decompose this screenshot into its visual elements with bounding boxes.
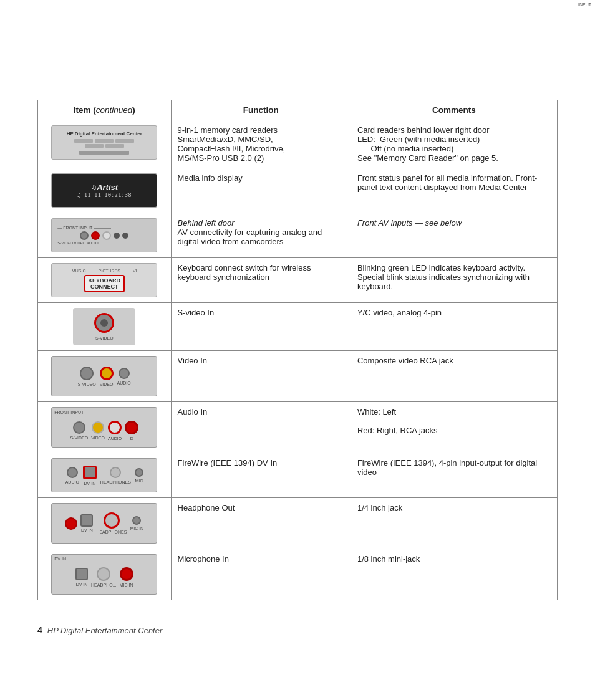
function-text-headphone: Headphone Out [178, 503, 235, 512]
audio-video-port [92, 421, 104, 434]
mic-dvin-wrap: DV IN [75, 568, 88, 587]
front-input-label: FRONT INPUT [54, 410, 84, 415]
device-firewire: AUDIO DV IN HEADPHONES MIC [51, 458, 157, 492]
table-row: S-VIDEO VIDEO AUDIO INPUT Video In [38, 351, 558, 402]
svideo-port-inner [100, 319, 108, 327]
device-display: ♫Artist ♫ 11 11 10:21:38 [51, 173, 157, 208]
table-row: DV IN HEADPHONES MIC IN Headphone Out 1/… [38, 498, 558, 549]
video-port-wrap: S-VIDEO [78, 367, 96, 386]
hp-dvin-label: DV IN [81, 528, 93, 532]
hp-headphone-wrap: HEADPHONES [96, 512, 127, 534]
av-port-3 [102, 231, 111, 240]
fw-audio-port [67, 467, 78, 478]
mic-ports-row: DV IN HEADPHO... MIC IN [75, 567, 133, 587]
table-row: ♫Artist ♫ 11 11 10:21:38 Media info disp… [38, 168, 558, 213]
audio-svideo-port [73, 421, 85, 434]
video-rca-label: VIDEO [100, 382, 114, 386]
device-av: — FRONT INPUT ———— S-VIDEO VIDEO AUDIO [51, 218, 157, 252]
kb-tab-pictures: PICTURES [99, 269, 120, 273]
device-svideo: S-VIDEO [73, 308, 135, 345]
comments-cell-av: Front AV inputs — see below [351, 213, 557, 258]
page-number: 4 [37, 625, 42, 635]
comments-text-firewire: FireWire (IEEE 1394), 4-pin input-output… [357, 458, 537, 477]
mic-hp-label: HEADPHO... [91, 583, 116, 587]
fw-dvin-label: DV IN [84, 481, 96, 486]
fw-mic-label: MIC [135, 479, 143, 483]
function-cell-audio: Audio In [171, 402, 351, 453]
function-text-memory: 9-in-1 memory card readersSmartMedia/xD,… [178, 125, 286, 163]
audio-video-label: VIDEO [91, 436, 105, 440]
item-cell-svideo: S-VIDEO [38, 303, 172, 351]
audio-svideo-wrap: S-VIDEO [70, 421, 88, 440]
item-cell-memory: HP Digital Entertainment Center [38, 120, 172, 168]
comments-text-display: Front status panel for all media informa… [357, 173, 537, 192]
device-audio: FRONT INPUT S-VIDEO VIDEO AUDIO [51, 407, 157, 448]
function-text-firewire: FireWire (IEEE 1394) DV In [178, 458, 278, 467]
av-label-top: — FRONT INPUT ———— [55, 226, 153, 230]
svideo-port [94, 313, 114, 333]
function-text-svideo: S-video In [178, 308, 215, 317]
function-cell-av: Behind left door AV connectivity for cap… [171, 213, 351, 258]
audio-ports-row: S-VIDEO VIDEO AUDIO D [70, 421, 138, 441]
table-row: S-VIDEO S-video In Y/C video, analog 4-p… [38, 303, 558, 351]
slot [85, 144, 104, 148]
function-text-display: Media info display [178, 173, 243, 183]
page-footer: 4 HP Digital Entertainment Center [37, 625, 558, 635]
video-rca-wrap: VIDEO [100, 367, 114, 386]
device-memory-card: HP Digital Entertainment Center [51, 125, 157, 160]
function-cell-firewire: FireWire (IEEE 1394) DV In [171, 453, 351, 498]
av-port-4 [114, 233, 120, 239]
input-label: INPUT [578, 2, 591, 7]
comments-cell-keyboard: Blinking green LED indicates keyboard ac… [351, 258, 557, 303]
display-time: ♫ 11 11 10:21:38 [77, 192, 132, 198]
audio-white-port [108, 421, 122, 434]
slot [105, 144, 124, 148]
svideo-label: S-VIDEO [95, 336, 114, 340]
device-video: S-VIDEO VIDEO AUDIO INPUT [51, 356, 157, 396]
table-row: HP Digital Entertainment Center 9-in-1 m… [38, 120, 558, 168]
item-cell-av: — FRONT INPUT ———— S-VIDEO VIDEO AUDIO [38, 213, 172, 258]
audio-port-label-small: AUDIO [117, 381, 131, 385]
comments-audio-line2: Red: Right, RCA jacks [357, 426, 438, 435]
item-cell-mic: DV IN DV IN HEADPHO... MIC IN [38, 549, 172, 600]
function-cell-memory: 9-in-1 memory card readersSmartMedia/xD,… [171, 120, 351, 168]
function-av-line1: Behind left door [178, 218, 235, 228]
comments-cell-audio: White: Left Red: Right, RCA jacks [351, 402, 557, 453]
mic-mic-label: MIC IN [120, 583, 133, 587]
av-ports-row [77, 230, 131, 241]
comments-text-headphone: 1/4 inch jack [357, 503, 402, 512]
function-text-video: Video In [178, 356, 207, 365]
audio-red-wrap: D [125, 421, 138, 441]
comments-cell-firewire: FireWire (IEEE 1394), 4-pin input-output… [351, 453, 557, 498]
fw-dvin-wrap: DV IN [83, 466, 97, 486]
audio-red-port [125, 421, 138, 434]
comments-cell-display: Front status panel for all media informa… [351, 168, 557, 213]
item-cell-keyboard: MUSIC PICTURES VI KEYBOARDCONNECT [38, 258, 172, 303]
video-rca-port [100, 367, 114, 380]
comments-cell-headphone: 1/4 inch jack [351, 498, 557, 549]
hp-headphone-port [104, 512, 120, 529]
hp-mic-wrap: MIC IN [130, 516, 143, 530]
comments-cell-memory: Card readers behind lower right doorLED:… [351, 120, 557, 168]
audio-port-wrap-small: AUDIO [117, 368, 131, 385]
fw-mic-wrap: MIC [135, 468, 143, 483]
function-cell-keyboard: Keyboard connect switch for wireless key… [171, 258, 351, 303]
av-label-bottom: S-VIDEO VIDEO AUDIO [55, 241, 153, 245]
fw-headphones-wrap: HEADPHONES [100, 467, 131, 484]
comments-text-mic: 1/8 inch mini-jack [357, 554, 420, 563]
device-bar [79, 151, 129, 155]
kb-tab-row: MUSIC PICTURES VI [72, 269, 137, 273]
kb-tab-vi: VI [133, 269, 137, 273]
hp-headphone-label: HEADPHONES [96, 530, 127, 534]
audio-audio-label: AUDIO [108, 436, 122, 441]
mic-device-label: DV IN [54, 557, 66, 561]
device-keyboard: MUSIC PICTURES VI KEYBOARDCONNECT [51, 263, 157, 297]
comments-text-memory: Card readers behind lower right doorLED:… [357, 125, 498, 163]
hp-dvin-wrap: DV IN [80, 514, 93, 532]
main-table: Item (continued) Function Comments HP Di… [37, 100, 558, 600]
item-cell-video: S-VIDEO VIDEO AUDIO INPUT [38, 351, 172, 402]
item-cell-audio: FRONT INPUT S-VIDEO VIDEO AUDIO [38, 402, 172, 453]
table-row: FRONT INPUT S-VIDEO VIDEO AUDIO [38, 402, 558, 453]
hp-dvin-port [80, 514, 93, 527]
header-item: Item (continued) [38, 100, 172, 120]
